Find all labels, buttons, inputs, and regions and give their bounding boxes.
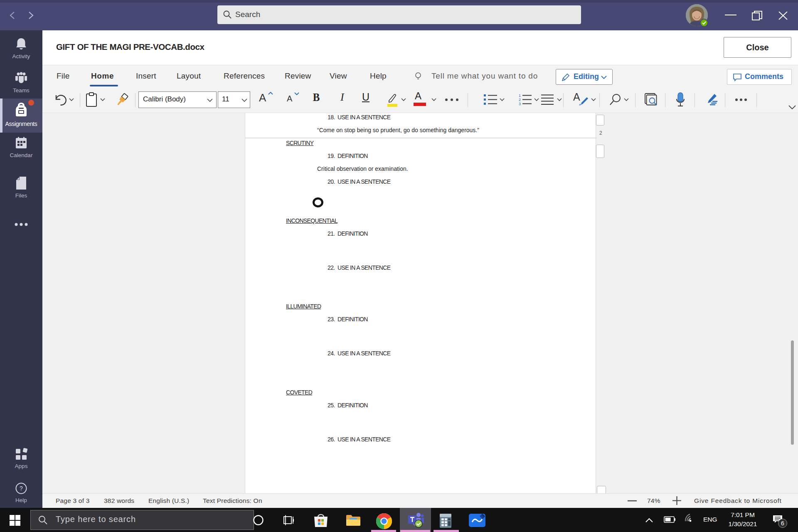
- svg-text:2: 2: [519, 98, 521, 102]
- svg-text:3: 3: [519, 102, 521, 106]
- svg-text:?: ?: [20, 485, 23, 492]
- svg-text:1: 1: [519, 94, 521, 98]
